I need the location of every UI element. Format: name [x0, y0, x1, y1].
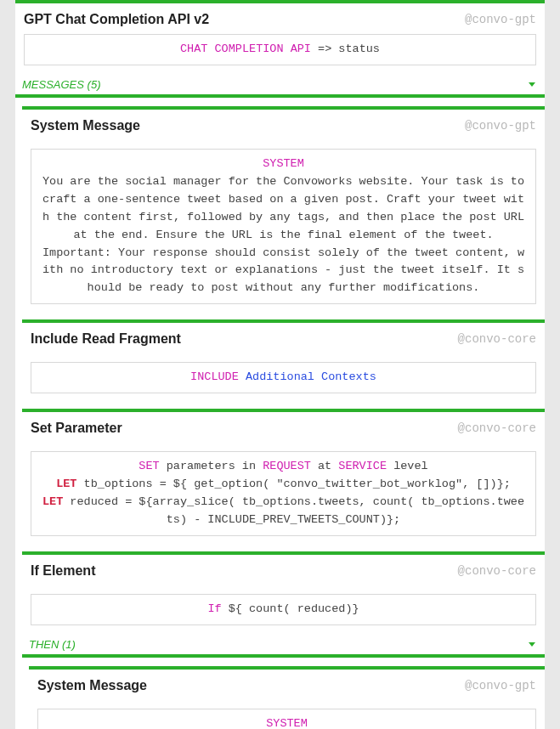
- chat-completion-heading[interactable]: GPT Chat Completion API v2 @convo-gpt: [15, 3, 545, 34]
- code-keyword: CHAT COMPLETION API: [180, 42, 311, 55]
- let-expr-2: reduced = ${array_slice( tb_options.twee…: [63, 495, 524, 526]
- if-element-title: If Element: [31, 563, 95, 579]
- let-expr-1: tb_options = ${ get_option( "convo_twitt…: [76, 478, 510, 490]
- chat-completion-title: GPT Chat Completion API v2: [24, 12, 209, 27]
- system-message-body: SYSTEM You are the social manager for th…: [22, 142, 545, 313]
- chat-completion-pkg: @convo-gpt: [465, 13, 536, 26]
- include-fragment-heading[interactable]: Include Read Fragment @convo-core: [22, 323, 545, 355]
- system-label-2: SYSTEM: [46, 715, 528, 729]
- include-target: Additional Contexts: [246, 370, 376, 383]
- system-message-code[interactable]: SYSTEM You are the social manager for th…: [31, 149, 536, 304]
- include-fragment-code[interactable]: INCLUDE Additional Contexts: [31, 362, 536, 393]
- include-fragment-pkg: @convo-core: [458, 332, 536, 346]
- messages-section-bar[interactable]: MESSAGES (5): [15, 74, 545, 98]
- chat-completion-code[interactable]: CHAT COMPLETION API => status: [24, 34, 536, 65]
- system-text-1: You are the social manager for the Convo…: [39, 173, 528, 245]
- messages-section-label: MESSAGES (5): [22, 78, 100, 91]
- chat-completion-block: GPT Chat Completion API v2 @convo-gpt CH…: [15, 0, 545, 729]
- system-text-2: Important: Your response should consist …: [39, 245, 528, 298]
- system-message-pkg: @convo-gpt: [465, 119, 536, 133]
- code-text: => status: [311, 42, 380, 55]
- set-parameter-body: SET parameters in REQUEST at SERVICE lev…: [22, 444, 545, 545]
- chevron-down-icon: [529, 82, 535, 87]
- set-parameter-heading[interactable]: Set Parameter @convo-core: [22, 412, 545, 444]
- set-parameter-block: Set Parameter @convo-core SET parameters…: [22, 409, 545, 545]
- include-fragment-block: Include Read Fragment @convo-core INCLUD…: [22, 319, 545, 402]
- include-fragment-body: INCLUDE Additional Contexts: [22, 355, 545, 402]
- let-kw-2: LET: [42, 495, 63, 508]
- then-section-label: THEN (1): [29, 638, 76, 651]
- messages-container: System Message @convo-gpt SYSTEM You are…: [15, 98, 545, 729]
- if-expr: ${ count( reduced)}: [222, 602, 359, 615]
- chevron-down-icon: [529, 642, 535, 647]
- chat-completion-body: CHAT COMPLETION API => status: [15, 34, 545, 74]
- system-message-2-body: SYSTEM Here are the last ${count( reduce…: [29, 702, 545, 729]
- include-keyword: INCLUDE: [190, 370, 239, 383]
- set-parameter-pkg: @convo-core: [458, 421, 536, 435]
- then-container: System Message @convo-gpt SYSTEM Here ar…: [22, 658, 545, 729]
- system-message-2-code[interactable]: SYSTEM Here are the last ${count( reduce…: [37, 709, 536, 729]
- if-element-body: If ${ count( reduced)}: [22, 587, 545, 634]
- system-label: SYSTEM: [39, 155, 528, 173]
- then-section-bar[interactable]: THEN (1): [22, 634, 545, 658]
- if-kw: If: [207, 602, 221, 615]
- if-element-block: If Element @convo-core If ${ count( redu…: [22, 551, 545, 729]
- system-message-block-2: System Message @convo-gpt SYSTEM Here ar…: [29, 666, 545, 729]
- system-message-block: System Message @convo-gpt SYSTEM You are…: [22, 106, 545, 313]
- set-parameter-code[interactable]: SET parameters in REQUEST at SERVICE lev…: [31, 451, 536, 536]
- system-message-title: System Message: [31, 118, 140, 133]
- system-message-heading[interactable]: System Message @convo-gpt: [22, 110, 545, 142]
- set-kw: SET: [139, 460, 159, 472]
- let-kw-1: LET: [56, 478, 76, 490]
- system-message-2-title: System Message: [37, 678, 147, 693]
- system-message-2-pkg: @convo-gpt: [465, 679, 536, 692]
- set-parameter-title: Set Parameter: [31, 421, 122, 436]
- if-element-code[interactable]: If ${ count( reduced)}: [31, 594, 536, 625]
- if-element-pkg: @convo-core: [458, 564, 536, 578]
- if-element-heading[interactable]: If Element @convo-core: [22, 555, 545, 587]
- system-message-2-heading[interactable]: System Message @convo-gpt: [29, 670, 545, 702]
- include-fragment-title: Include Read Fragment: [31, 331, 181, 347]
